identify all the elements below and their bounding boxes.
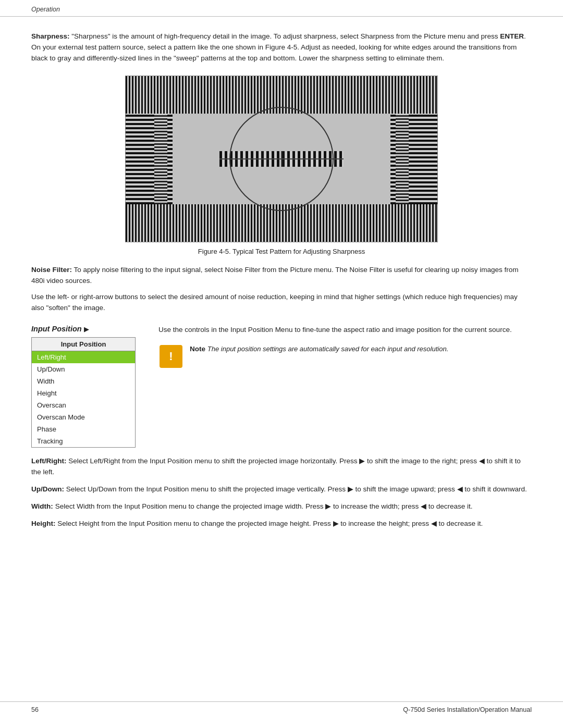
height-text: Select Height from the Input Position me… [57, 520, 483, 527]
note-content: Note The input position settings are aut… [190, 344, 448, 354]
width-bold: Width: [31, 502, 53, 510]
note-icon [158, 344, 183, 368]
menu-item-width[interactable]: Width [32, 375, 135, 387]
left-column: Input Position ▶ Input Position Left/Rig… [31, 325, 146, 448]
test-pattern-image [125, 76, 438, 242]
menu-item-tracking[interactable]: Tracking [32, 435, 135, 447]
menu-header: Input Position [32, 338, 135, 351]
input-position-arrow: ▶ [84, 325, 89, 333]
page-number: 56 [31, 706, 39, 713]
updown-text: Select Up/Down from the Input Position m… [66, 485, 527, 493]
sharpness-paragraph: Sharpness: "Sharpness" is the amount of … [31, 31, 532, 64]
input-position-section: Input Position ▶ Input Position Left/Rig… [31, 325, 532, 448]
tp-center [173, 114, 390, 204]
noise-filter-text: To apply noise filtering to the input si… [31, 266, 518, 285]
header-bar: Operation [0, 0, 563, 17]
updown-para: Up/Down: Select Up/Down from the Input P… [31, 484, 532, 495]
tp-stripes-far-right [396, 114, 409, 204]
input-position-menu: Input Position Left/Right Up/Down Width … [31, 337, 136, 448]
noise-filter-bold: Noise Filter: [31, 266, 72, 274]
menu-item-overscan[interactable]: Overscan [32, 399, 135, 411]
width-text: Select Width from the Input Position men… [55, 502, 473, 510]
input-position-desc: Use the controls in the Input Position M… [158, 325, 532, 336]
right-column: Use the controls in the Input Position M… [158, 325, 532, 376]
noise-filter-paragraph: Noise Filter: To apply noise filtering t… [31, 265, 532, 287]
menu-item-updown[interactable]: Up/Down [32, 363, 135, 375]
leftright-bold: Left/Right: [31, 457, 66, 465]
width-para: Width: Select Width from the Input Posit… [31, 501, 532, 512]
sharpness-text: "Sharpness" is the amount of high-freque… [31, 32, 526, 62]
leftright-para: Left/Right: Select Left/Right from the I… [31, 456, 532, 478]
tp-stripes-far-left [154, 114, 167, 204]
note-label: Note [190, 345, 205, 353]
enter-bold: ENTER [500, 32, 524, 40]
note-icon-inner [160, 345, 182, 368]
main-content: Sharpness: "Sharpness" is the amount of … [0, 17, 563, 557]
input-position-heading: Input Position ▶ [31, 325, 146, 333]
updown-bold: Up/Down: [31, 485, 64, 493]
header-label: Operation [31, 6, 60, 13]
page: Operation Sharpness: "Sharpness" is the … [0, 0, 563, 728]
use-left-paragraph: Use the left- or right-arrow buttons to … [31, 292, 532, 314]
height-bold: Height: [31, 520, 56, 527]
menu-item-leftright[interactable]: Left/Right [32, 351, 135, 363]
menu-item-overscan-mode[interactable]: Overscan Mode [32, 411, 135, 423]
figure-caption: Figure 4-5. Typical Test Pattern for Adj… [198, 248, 365, 255]
note-text: The input position settings are automati… [207, 345, 449, 353]
sharpness-bold: Sharpness: [31, 32, 70, 40]
menu-item-phase[interactable]: Phase [32, 423, 135, 435]
input-position-heading-text: Input Position [31, 325, 82, 333]
body-paragraphs: Left/Right: Select Left/Right from the I… [31, 456, 532, 529]
height-para: Height: Select Height from the Input Pos… [31, 519, 532, 529]
doc-title: Q-750d Series Installation/Operation Man… [403, 706, 532, 713]
leftright-text: Select Left/Right from the Input Positio… [31, 457, 521, 476]
tp-circle [229, 107, 334, 211]
menu-item-height[interactable]: Height [32, 387, 135, 399]
figure-container: Figure 4-5. Typical Test Pattern for Adj… [31, 76, 532, 255]
note-box: Note The input position settings are aut… [158, 344, 532, 368]
footer-bar: 56 Q-750d Series Installation/Operation … [0, 701, 563, 713]
